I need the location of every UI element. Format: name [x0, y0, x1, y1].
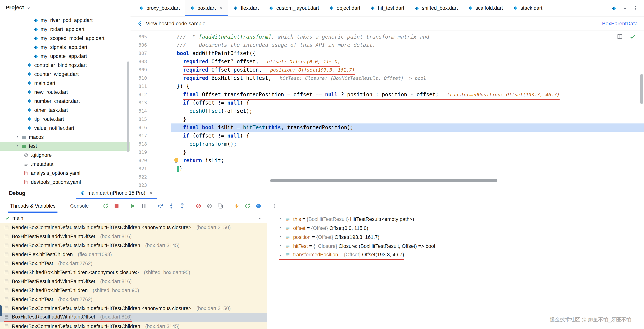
stack-frame-row[interactable]: RenderBoxContainerDefaultsMixin.defaultH… [0, 241, 267, 250]
close-icon[interactable] [149, 191, 153, 195]
variable-row-transformedposition[interactable]: transformedPosition = {Offset} Offset(19… [267, 251, 644, 260]
stack-frame-row[interactable]: BoxHitTestResult.addWithPaintOffset(box.… [0, 277, 267, 286]
reader-mode-icon[interactable] [617, 34, 623, 40]
stack-frame-row[interactable]: RenderFlex.hitTestChildren(flex.dart:109… [0, 250, 267, 259]
tree-item-my-update-app-dart[interactable]: my_update_app.dart [0, 52, 130, 61]
disable-breakpoints-button[interactable] [205, 202, 214, 210]
line-number[interactable]: 807 [130, 49, 171, 58]
line-number[interactable]: 818 [130, 140, 171, 148]
tree-item-macos[interactable]: macos [0, 133, 130, 142]
inspections-ok-icon[interactable] [630, 34, 636, 40]
evaluate-expression-button[interactable] [216, 202, 225, 210]
line-number[interactable]: 819 [130, 148, 171, 156]
project-scrollbar[interactable] [127, 62, 129, 152]
stack-frame-row[interactable]: RenderBoxContainerDefaultsMixin.defaultH… [0, 223, 267, 232]
stack-frame-row[interactable]: BoxHitTestResult.addWithPaintOffset(box.… [0, 232, 267, 241]
debug-session-tab[interactable]: main.dart (iPhone 15 Pro) [76, 187, 157, 199]
line-number[interactable]: 806 [130, 41, 171, 49]
hot-restart-button[interactable] [243, 202, 252, 210]
tree-item-controller-bindings-dart[interactable]: controller_bindings.dart [0, 61, 130, 70]
stack-frame-row[interactable]: RenderBoxContainerDefaultsMixin.defaultH… [0, 322, 267, 329]
tree-item-tip-route-dart[interactable]: tip_route.dart [0, 115, 130, 124]
tree-item-analysis-options-yaml[interactable]: analysis_options.yaml [0, 169, 130, 178]
line-number[interactable]: 809 [130, 66, 171, 74]
tree-item-my-rxdart-app-dart[interactable]: my_rxdart_app.dart [0, 25, 130, 34]
chevron-right-icon[interactable] [16, 144, 20, 148]
editor-options-icon[interactable] [633, 6, 638, 11]
tree-item-gitignore[interactable]: .gitignore [0, 151, 130, 160]
tree-item-my-river-pod-app-dart[interactable]: my_river_pod_app.dart [0, 16, 130, 25]
step-over-button[interactable] [156, 202, 165, 210]
variable-row-hittest[interactable]: hitTest = {_Closure} Closure: (BoxHitTes… [267, 242, 644, 251]
tree-item-test[interactable]: test [0, 142, 130, 151]
stack-frame-row[interactable]: RenderShiftedBox.hitTestChildren(shifted… [0, 286, 267, 295]
tree-item-my-signals-app-dart[interactable]: my_signals_app.dart [0, 43, 130, 52]
chevron-right-icon[interactable] [16, 135, 20, 139]
line-number[interactable]: 812 [130, 91, 171, 99]
chevron-right-icon[interactable] [279, 244, 283, 248]
editor-vertical-scrollbar[interactable] [640, 74, 643, 104]
chevron-right-icon[interactable] [279, 217, 283, 221]
tree-item-value-notifier-dart[interactable]: value_notifier.dart [0, 124, 130, 133]
hidden-tab-dart-icon[interactable] [612, 6, 617, 11]
rerun-button[interactable] [102, 202, 110, 210]
intention-bulb-icon[interactable] [174, 158, 179, 163]
editor-tab-shifted-box-dart[interactable]: shifted_box.dart [410, 0, 463, 16]
debug-toolwindow-stripe-indicator[interactable] [0, 305, 2, 316]
tree-item-devtools-options-yaml[interactable]: devtools_options.yaml [0, 178, 130, 187]
resume-button[interactable] [129, 202, 138, 210]
line-number[interactable]: 810 [130, 74, 171, 82]
tab-console[interactable]: Console [68, 199, 90, 213]
step-into-button[interactable] [167, 202, 176, 210]
chevron-down-icon[interactable] [26, 6, 31, 10]
mute-breakpoints-button[interactable] [194, 202, 203, 210]
line-number[interactable]: 817 [130, 132, 171, 140]
chevron-right-icon[interactable] [279, 253, 283, 257]
chevron-right-icon[interactable] [279, 235, 283, 239]
devtools-button[interactable] [254, 202, 263, 210]
chevron-down-icon[interactable] [258, 216, 262, 220]
stop-button[interactable] [112, 202, 121, 210]
pause-button[interactable] [140, 202, 148, 210]
code-editor[interactable]: 805/// * [addWithPaintTransform], which … [130, 31, 644, 187]
close-icon[interactable] [219, 6, 223, 10]
editor-tab-proxy-box-dart[interactable]: proxy_box.dart [134, 0, 185, 16]
line-number[interactable]: 814 [130, 107, 171, 115]
project-panel-header[interactable]: Project [0, 0, 130, 15]
variable-row-offset[interactable]: offset = {Offset} Offset(0.0, 115.0) [267, 224, 644, 233]
line-number[interactable]: 808 [130, 58, 171, 66]
line-number[interactable]: 805 [130, 33, 171, 41]
hot-reload-button[interactable] [232, 202, 241, 210]
chevron-right-icon[interactable] [279, 226, 283, 230]
line-number[interactable]: 820 [130, 156, 171, 165]
editor-tab-box-dart[interactable]: box.dart [185, 0, 228, 16]
banner-link[interactable]: BoxParentData [602, 21, 638, 27]
tab-threads-variables[interactable]: Threads & Variables [8, 199, 58, 213]
tree-item-number-creator-dart[interactable]: number_creator.dart [0, 97, 130, 106]
tree-item-other-task-dart[interactable]: other_task.dart [0, 106, 130, 115]
line-number[interactable]: 822 [130, 173, 171, 181]
stack-frame-row[interactable]: RenderBoxContainerDefaultsMixin.defaultH… [0, 304, 267, 313]
variable-row-this[interactable]: this = {BoxHitTestResult} HitTestResult(… [267, 215, 644, 224]
stack-frame-row[interactable]: BoxHitTestResult.addWithPaintOffset(box.… [0, 313, 267, 322]
line-number[interactable]: 815 [130, 115, 171, 123]
thread-selector[interactable]: main [0, 213, 267, 223]
stack-frame-row[interactable]: RenderBox.hitTest(box.dart:2762) [0, 295, 267, 304]
line-number[interactable]: 821 [130, 165, 171, 173]
stack-frame-row[interactable]: RenderShiftedBox.hitTestChildren.<anonym… [0, 268, 267, 277]
line-number[interactable]: 816 [130, 123, 171, 132]
line-number[interactable]: 823 [130, 181, 171, 187]
editor-tab-flex-dart[interactable]: flex.dart [228, 0, 264, 16]
tree-item-counter-widget-dart[interactable]: counter_widget.dart [0, 70, 130, 79]
editor-tab-object-dart[interactable]: object.dart [324, 0, 365, 16]
editor-tab-hit-test-dart[interactable]: hit_test.dart [365, 0, 409, 16]
hidden-tabs-chevron-icon[interactable] [622, 6, 628, 11]
more-options-button[interactable] [271, 202, 279, 210]
tree-item-metadata[interactable]: .metadata [0, 160, 130, 169]
editor-tab-scaffold-dart[interactable]: scaffold.dart [463, 0, 508, 16]
tree-item-new-route-dart[interactable]: new_route.dart [0, 88, 130, 97]
editor-tab-stack-dart[interactable]: stack.dart [508, 0, 548, 16]
editor-horizontal-scrollbar[interactable] [270, 179, 498, 182]
step-out-button[interactable] [178, 202, 186, 210]
variable-row-position[interactable]: position = {Offset} Offset(193.3, 161.7) [267, 233, 644, 242]
